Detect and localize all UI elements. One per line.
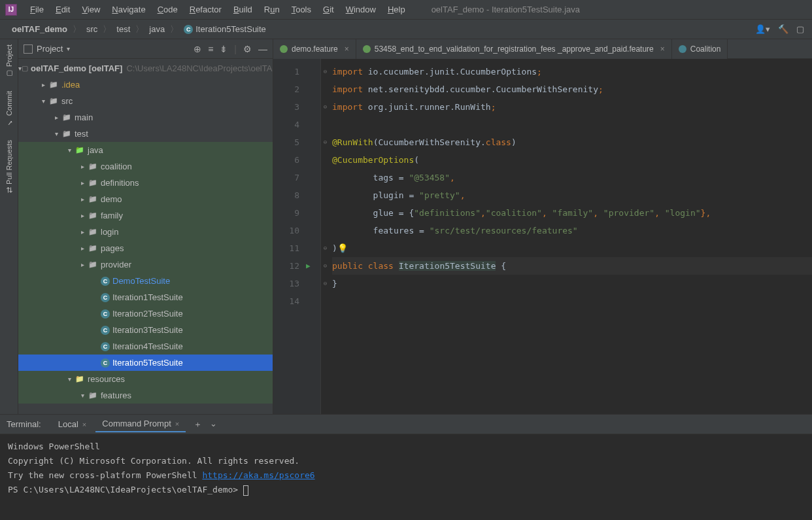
menu-help[interactable]: Help	[382, 2, 411, 17]
menu-view[interactable]: View	[76, 2, 105, 17]
run-config-icon[interactable]: ▢	[796, 24, 804, 34]
terminal-line: Copyright (C) Microsoft Corporation. All…	[8, 454, 804, 468]
menu-code[interactable]: Code	[152, 2, 183, 17]
code-content[interactable]: import io.cucumber.junit.CucumberOptions…	[330, 59, 812, 414]
terminal-link[interactable]: https://aka.ms/pscore6	[202, 470, 314, 480]
menu-refactor[interactable]: Refactor	[184, 2, 227, 17]
locate-icon[interactable]: ⊕	[194, 44, 201, 54]
project-view-icon	[24, 44, 33, 54]
breadcrumb-test[interactable]: test	[112, 23, 134, 35]
menu-run[interactable]: Run	[259, 2, 285, 17]
hammer-icon[interactable]: 🔨	[778, 24, 788, 34]
folder-icon	[75, 374, 85, 385]
bulb-icon[interactable]: 💡	[337, 243, 348, 253]
terminal-panel: Terminal: Local× Command Prompt× ＋ ⌄ Win…	[0, 414, 812, 520]
feature-icon	[363, 45, 371, 53]
breadcrumb-sep-icon: 〉	[73, 24, 81, 35]
settings-icon[interactable]: ⚙	[243, 44, 252, 54]
tree-iter2[interactable]: Iteration2TestSuite	[18, 305, 273, 322]
rail-commit[interactable]: ✓Commit	[5, 91, 13, 127]
project-panel-title: Project	[37, 44, 63, 54]
menu-git[interactable]: Git	[318, 2, 339, 17]
terminal-prompt: PS C:\Users\LA248NC\IdeaProjects\oelTAF_…	[8, 483, 804, 497]
tree-definitions[interactable]: definitions	[18, 175, 273, 191]
add-user-icon[interactable]: 👤▾	[755, 24, 770, 34]
folder-icon	[61, 129, 72, 139]
terminal-dropdown-icon[interactable]: ⌄	[210, 419, 217, 430]
minimize-icon[interactable]: —	[258, 44, 267, 54]
tab-coalition[interactable]: Coalition	[672, 39, 728, 59]
breadcrumb-java[interactable]: java	[145, 23, 169, 35]
menu-bar: IJ FFileile Edit View Navigate Code Refa…	[0, 0, 812, 20]
tree-pages[interactable]: pages	[18, 240, 273, 256]
close-icon[interactable]: ×	[660, 44, 665, 54]
expand-all-icon[interactable]: ≡	[208, 44, 213, 54]
tree-main[interactable]: main	[18, 109, 273, 126]
main-area: ▢Project ✓Commit ⇄Pull Requests Project …	[0, 39, 812, 414]
fold-gutter: ⊖ ⊖ ⊖ ⊖⊖⊖	[320, 59, 330, 414]
breadcrumb-sep-icon: 〉	[103, 24, 111, 35]
terminal-tabs: Terminal: Local× Command Prompt× ＋ ⌄	[0, 415, 812, 434]
menu-file[interactable]: FFileile	[25, 2, 49, 17]
folder-icon	[48, 96, 59, 107]
folder-icon	[88, 243, 98, 254]
folder-icon	[88, 178, 98, 188]
breadcrumb-src[interactable]: src	[82, 23, 101, 35]
rail-project[interactable]: ▢Project	[5, 44, 13, 78]
tree-idea[interactable]: .idea	[18, 77, 273, 93]
folder-icon	[88, 162, 98, 172]
project-dropdown[interactable]: Project ▾	[24, 44, 70, 54]
terminal-label: Terminal:	[7, 419, 41, 429]
menu-tools[interactable]: Tools	[286, 2, 316, 17]
menu-window[interactable]: Window	[341, 2, 381, 17]
tree-iter3[interactable]: Iteration3TestSuite	[18, 322, 273, 338]
terminal-line: Windows PowerShell	[8, 440, 804, 454]
terminal-tab-cmd[interactable]: Command Prompt×	[95, 416, 186, 432]
terminal-tab-local[interactable]: Local×	[52, 417, 93, 432]
editor-tabs: demo.feature× 53458_end_to_end_validatio…	[273, 39, 812, 59]
class-icon	[101, 326, 110, 335]
tree-family[interactable]: family	[18, 207, 273, 224]
tree-provider[interactable]: provider	[18, 256, 273, 273]
tree-src[interactable]: src	[18, 93, 273, 109]
breadcrumb-bar: oelTAF_demo 〉 src 〉 test 〉 java 〉 Iterat…	[0, 20, 812, 39]
terminal-output[interactable]: Windows PowerShell Copyright (C) Microso…	[0, 434, 812, 520]
tree-java[interactable]: java	[18, 142, 273, 158]
breadcrumb-file[interactable]: Iteration5TestSuite	[180, 23, 270, 35]
tree-root[interactable]: oelTAF_demo [oelTAF]C:\Users\LA248NC\Ide…	[18, 60, 273, 77]
class-icon	[101, 358, 110, 368]
tree-resources[interactable]: resources	[18, 371, 273, 387]
tree-demo[interactable]: demo	[18, 191, 273, 207]
tree-iter5[interactable]: Iteration5TestSuite	[18, 355, 273, 371]
tree-coalition[interactable]: coalition	[18, 158, 273, 175]
editor-area: demo.feature× 53458_end_to_end_validatio…	[273, 39, 812, 414]
folder-icon	[88, 227, 98, 237]
close-icon[interactable]: ×	[175, 420, 179, 428]
close-icon[interactable]: ×	[82, 421, 86, 428]
menu-edit[interactable]: Edit	[50, 2, 75, 17]
menu-build[interactable]: Build	[228, 2, 258, 17]
folder-icon	[88, 260, 98, 270]
tree-features[interactable]: features	[18, 387, 273, 404]
tree-iter1[interactable]: Iteration1TestSuite	[18, 289, 273, 305]
project-tree[interactable]: oelTAF_demo [oelTAF]C:\Users\LA248NC\Ide…	[18, 59, 273, 414]
breadcrumb-project[interactable]: oelTAF_demo	[8, 23, 71, 35]
code-editor[interactable]: 1234567891011121314 ▶ ⊖ ⊖ ⊖ ⊖⊖⊖ import i…	[273, 59, 812, 414]
cursor-icon	[243, 485, 248, 496]
breadcrumb-sep-icon: 〉	[170, 24, 178, 35]
folder-icon	[88, 194, 98, 205]
close-icon[interactable]: ×	[345, 44, 349, 54]
tree-iter4[interactable]: Iteration4TestSuite	[18, 338, 273, 355]
module-icon	[22, 63, 28, 74]
tree-demo-test-suite[interactable]: DemoTestSuite	[18, 273, 273, 289]
tab-demo-feature[interactable]: demo.feature×	[273, 39, 356, 59]
rail-pull-requests[interactable]: ⇄Pull Requests	[5, 140, 13, 193]
tree-test[interactable]: test	[18, 126, 273, 142]
tab-53458-feature[interactable]: 53458_end_to_end_validation_for_registra…	[356, 39, 672, 59]
tree-login[interactable]: login	[18, 224, 273, 240]
run-icon[interactable]: ▶	[306, 257, 320, 275]
menu-navigate[interactable]: Navigate	[107, 2, 150, 17]
collapse-all-icon[interactable]: ⇟	[220, 44, 228, 54]
class-icon	[679, 45, 686, 53]
add-terminal-icon[interactable]: ＋	[194, 419, 202, 430]
